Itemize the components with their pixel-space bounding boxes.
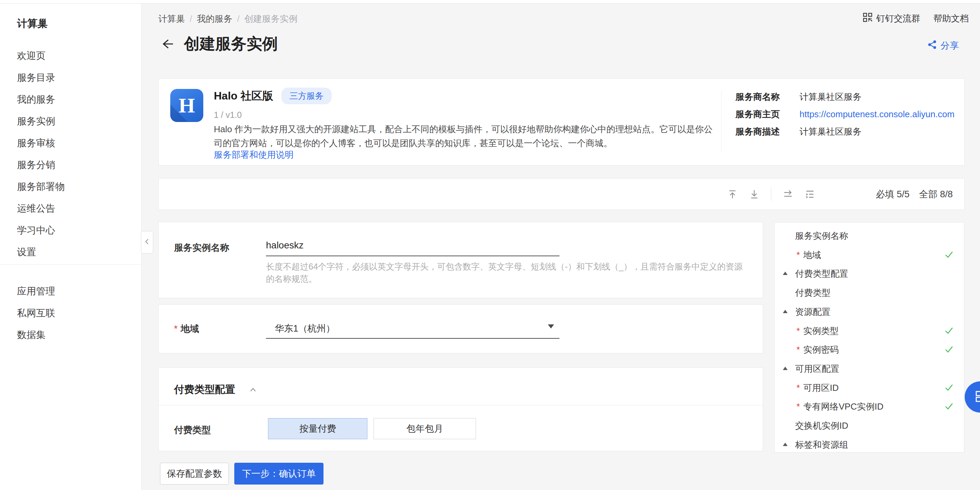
sidebar-secondary-item-1[interactable]: 私网互联	[0, 302, 141, 324]
outline-item-label[interactable]: 实例密码	[803, 344, 839, 356]
toggle-pay-as-you-go[interactable]: 按量付费	[268, 418, 368, 439]
outline-list-icon[interactable]	[804, 188, 816, 200]
sidebar-secondary-item-0[interactable]: 应用管理	[0, 281, 141, 302]
instance-name-card: 服务实例名称 haloeskz 长度不超过64个字符，必须以英文字母开头，可包含…	[158, 222, 763, 298]
collapse-triangle-icon[interactable]	[783, 271, 788, 275]
sidebar-item-1[interactable]: 服务目录	[0, 67, 141, 89]
required-asterisk: *	[797, 383, 800, 393]
required-asterisk: *	[797, 401, 800, 412]
top-strip	[0, 0, 980, 4]
qr-code-icon	[862, 12, 873, 25]
dingtalk-group-label: 钉钉交流群	[876, 13, 920, 24]
service-logo-letter: H	[178, 93, 195, 118]
outline-item-label[interactable]: 交换机实例ID	[795, 420, 848, 432]
provider-homepage-link[interactable]: https://computenest.console.aliyun.com	[800, 109, 955, 120]
collapse-triangle-icon[interactable]	[783, 367, 788, 370]
page-title: 创建服务实例	[184, 34, 278, 54]
outline-item-label[interactable]: 服务实例名称	[795, 230, 848, 242]
outline-row-11: 标签和资源组	[775, 438, 964, 450]
sidebar-item-0[interactable]: 欢迎页	[0, 45, 141, 67]
required-asterisk: *	[797, 326, 800, 336]
check-icon	[944, 401, 954, 412]
breadcrumb-separator: /	[237, 14, 239, 24]
sidebar-nav-secondary: 应用管理私网互联数据集	[0, 281, 141, 346]
toggle-subscription[interactable]: 包年包月	[374, 418, 476, 439]
sidebar-item-4[interactable]: 服务审核	[0, 132, 141, 154]
sidebar-collapse-button[interactable]	[141, 231, 153, 254]
back-arrow-icon[interactable]	[159, 38, 173, 50]
provider-name-value: 计算巢社区服务	[800, 91, 862, 102]
sidebar-title: 计算巢	[0, 4, 141, 31]
provider-name-label: 服务商名称	[735, 91, 800, 102]
service-info-card: H Halo 社区版 三方服务 1 / v1.0 Halo 作为一款好用又强大的…	[158, 78, 965, 166]
floating-widget-button[interactable]	[965, 381, 980, 413]
service-badge: 三方服务	[281, 88, 332, 104]
section-divider	[159, 405, 763, 405]
region-label: *地域	[174, 323, 199, 335]
form-toolbar: 必填 5/5 全部 8/8	[158, 178, 965, 210]
payment-section-title: 付费类型配置	[174, 383, 235, 397]
sidebar-item-9[interactable]: 设置	[0, 241, 141, 263]
deploy-guide-link[interactable]: 服务部署和使用说明	[214, 149, 294, 161]
instance-name-helper: 长度不超过64个字符，必须以英文字母开头，可包含数字、英文字母、短划线（-）和下…	[266, 260, 749, 285]
title-row: 创建服务实例	[159, 34, 278, 54]
outline-row-3: 付费类型	[775, 286, 964, 298]
region-card: *地域 华东1（杭州）	[158, 304, 763, 353]
collapse-section-icon[interactable]	[249, 386, 257, 393]
outline-row-0: 服务实例名称	[775, 229, 964, 242]
instance-name-input[interactable]: haloeskz	[266, 232, 560, 256]
sidebar-item-6[interactable]: 服务部署物	[0, 176, 141, 198]
next-step-button[interactable]: 下一步：确认订单	[234, 463, 323, 485]
breadcrumb-separator: /	[190, 14, 192, 24]
outline-row-7: 可用区配置	[775, 362, 964, 375]
footer-actions: 保存配置参数 下一步：确认订单	[160, 463, 323, 485]
help-docs-link[interactable]: 帮助文档	[933, 13, 969, 24]
provider-desc-row: 服务商描述 计算巢社区服务	[735, 126, 955, 137]
breadcrumb-item-0[interactable]: 计算巢	[158, 13, 185, 25]
toolbar-divider	[771, 187, 771, 201]
outline-item-label[interactable]: 地域	[803, 249, 821, 261]
sidebar: 计算巢 欢迎页服务目录我的服务服务实例服务审核服务分销服务部署物运维公告学习中心…	[0, 4, 142, 490]
outline-item-label[interactable]: 可用区配置	[795, 363, 839, 375]
collapse-triangle-icon[interactable]	[783, 310, 788, 313]
outline-item-label[interactable]: 付费类型	[795, 287, 830, 299]
outline-row-2: 付费类型配置	[775, 267, 964, 279]
outline-item-label[interactable]: 专有网络VPC实例ID	[803, 401, 883, 413]
sidebar-item-7[interactable]: 运维公告	[0, 198, 141, 219]
breadcrumb-item-1[interactable]: 我的服务	[197, 13, 232, 25]
outline-item-label[interactable]: 实例类型	[803, 325, 839, 337]
expand-all-icon[interactable]	[782, 188, 794, 200]
outline-item-label[interactable]: 可用区ID	[803, 382, 839, 394]
provider-name-row: 服务商名称 计算巢社区服务	[735, 91, 955, 102]
collapse-triangle-icon[interactable]	[783, 443, 788, 446]
provider-homepage-label: 服务商主页	[735, 109, 800, 120]
required-asterisk: *	[797, 250, 800, 260]
dingtalk-group-link[interactable]: 钉钉交流群	[862, 12, 920, 25]
scroll-to-bottom-icon[interactable]	[748, 188, 760, 200]
region-select[interactable]: 华东1（杭州）	[266, 313, 560, 339]
all-progress: 全部 8/8	[919, 188, 953, 200]
required-asterisk: *	[797, 345, 800, 355]
sidebar-item-5[interactable]: 服务分销	[0, 154, 141, 176]
sidebar-item-3[interactable]: 服务实例	[0, 110, 141, 132]
outline-item-label[interactable]: 付费类型配置	[795, 268, 848, 280]
outline-row-6: *实例密码	[775, 343, 964, 355]
sidebar-item-8[interactable]: 学习中心	[0, 219, 141, 241]
sidebar-nav-primary: 欢迎页服务目录我的服务服务实例服务审核服务分销服务部署物运维公告学习中心设置	[0, 45, 141, 263]
share-icon	[928, 40, 937, 52]
sidebar-item-2[interactable]: 我的服务	[0, 89, 141, 110]
outline-item-label[interactable]: 资源配置	[795, 306, 830, 318]
scroll-to-top-icon[interactable]	[727, 188, 738, 200]
outline-row-5: *实例类型	[775, 324, 964, 337]
check-icon	[944, 383, 954, 394]
save-config-button[interactable]: 保存配置参数	[160, 463, 229, 485]
provider-desc-value: 计算巢社区服务	[800, 126, 862, 137]
share-button[interactable]: 分享	[928, 40, 959, 52]
required-asterisk: *	[174, 324, 178, 334]
payment-type-label: 付费类型	[174, 424, 211, 436]
outline-item-label[interactable]: 标签和资源组	[795, 439, 848, 451]
service-logo: H	[170, 89, 203, 122]
sidebar-secondary-item-2[interactable]: 数据集	[0, 324, 141, 346]
outline-row-1: *地域	[775, 248, 964, 261]
service-name: Halo 社区版	[214, 89, 273, 104]
